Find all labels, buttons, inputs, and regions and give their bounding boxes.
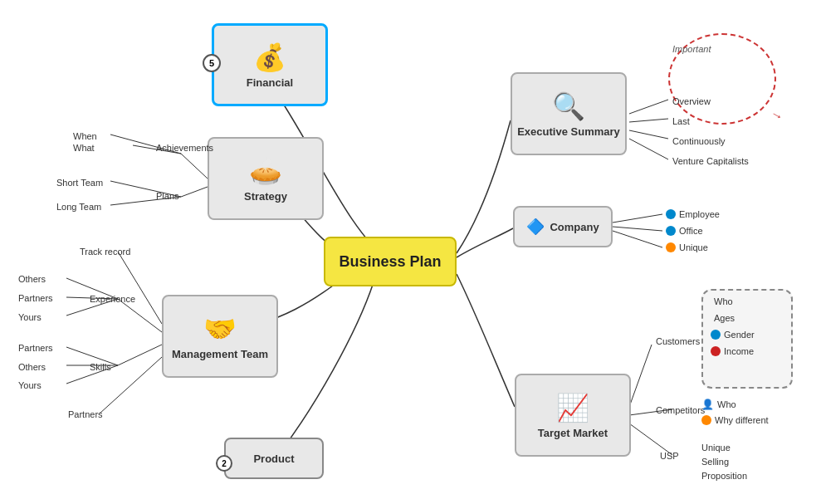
short-team-label: Short Team [56, 178, 103, 188]
svg-line-0 [181, 154, 208, 179]
when-label: When [73, 131, 97, 141]
financial-label: Financial [247, 76, 293, 89]
svg-line-17 [629, 119, 668, 122]
target-node[interactable]: 📈 Target Market [515, 374, 631, 457]
svg-line-6 [118, 252, 162, 324]
who-customer: Who [714, 296, 733, 306]
management-node[interactable]: 🤝 Management Team [162, 295, 278, 378]
svg-line-22 [613, 231, 662, 247]
important-text: Important [672, 44, 711, 54]
office-item: Office [666, 226, 703, 236]
track-record-label: Track record [80, 247, 130, 257]
svg-line-20 [613, 214, 662, 223]
product-node[interactable]: Product [224, 438, 324, 479]
long-team-label: Long Team [56, 202, 101, 212]
center-label: Business Plan [339, 253, 441, 271]
others2-label: Others [18, 362, 46, 372]
skills-label: Skills [90, 362, 111, 372]
financial-indicator: 5 [203, 54, 221, 72]
employee-icon [666, 209, 676, 219]
employee-item: Employee [666, 209, 720, 219]
continuously-label: Continuously [672, 136, 726, 146]
strategy-node[interactable]: 🥧 Strategy [208, 137, 324, 220]
target-icon: 📈 [556, 392, 589, 423]
why-diff-item: Why different [701, 415, 769, 425]
executive-label: Executive Summary [517, 125, 620, 138]
usp-unique: Unique [701, 443, 731, 453]
executive-node[interactable]: 🔍 Executive Summary [511, 72, 627, 155]
svg-line-21 [613, 227, 662, 231]
why-diff-icon [701, 415, 711, 425]
svg-line-16 [629, 100, 668, 114]
last-label: Last [672, 116, 690, 126]
svg-line-7 [118, 299, 162, 332]
what-label: What [73, 143, 95, 153]
plans-label: Plans [156, 191, 179, 201]
svg-line-11 [118, 345, 162, 365]
strategy-label: Strategy [244, 190, 287, 203]
target-label: Target Market [538, 427, 608, 439]
achievements-label: Achievements [156, 143, 213, 153]
strategy-icon: 🥧 [249, 155, 282, 187]
management-label: Management Team [172, 348, 268, 360]
office-icon [666, 226, 676, 236]
svg-line-19 [629, 139, 668, 159]
ages-label: Ages [714, 313, 735, 323]
executive-icon: 🔍 [552, 91, 585, 122]
customers-label: Customers [656, 336, 700, 346]
yours2-label: Yours [18, 380, 42, 390]
center-node: Business Plan [324, 237, 457, 286]
product-indicator: 2 [216, 455, 232, 472]
company-label: Company [550, 221, 599, 233]
product-label: Product [253, 453, 294, 465]
unique-company-item: Unique [666, 242, 708, 252]
competitors-label: Competitors [656, 405, 705, 415]
gender-icon [711, 330, 721, 340]
company-node[interactable]: 🔷 Company [513, 206, 613, 247]
venture-label: Venture Capitalists [672, 156, 749, 166]
others1-label: Others [18, 274, 46, 284]
income-icon [711, 346, 721, 356]
svg-line-23 [629, 345, 652, 407]
important-arrow: → [768, 105, 787, 125]
company-icon: 🔷 [526, 218, 545, 236]
comp-who-icon: 👤 [701, 399, 714, 410]
comp-who-item: 👤 Who [701, 399, 736, 410]
usp-proposition: Proposition [701, 471, 747, 481]
partners3-label: Partners [68, 409, 103, 419]
yours1-label: Yours [18, 312, 42, 322]
management-icon: 🤝 [203, 313, 237, 345]
svg-line-3 [181, 187, 208, 197]
financial-icon: 💰 [253, 42, 286, 73]
income-item: Income [711, 346, 754, 356]
svg-line-18 [629, 130, 668, 139]
usp-label: USP [660, 451, 679, 461]
overview-label: Overview [672, 96, 711, 106]
partners2-label: Partners [18, 343, 53, 353]
gender-item: Gender [711, 330, 755, 340]
partners1-label: Partners [18, 293, 53, 303]
usp-selling: Selling [701, 457, 729, 467]
financial-node[interactable]: 💰 Financial [212, 23, 328, 106]
experience-label: Experience [90, 294, 135, 304]
unique-company-icon [666, 242, 676, 252]
